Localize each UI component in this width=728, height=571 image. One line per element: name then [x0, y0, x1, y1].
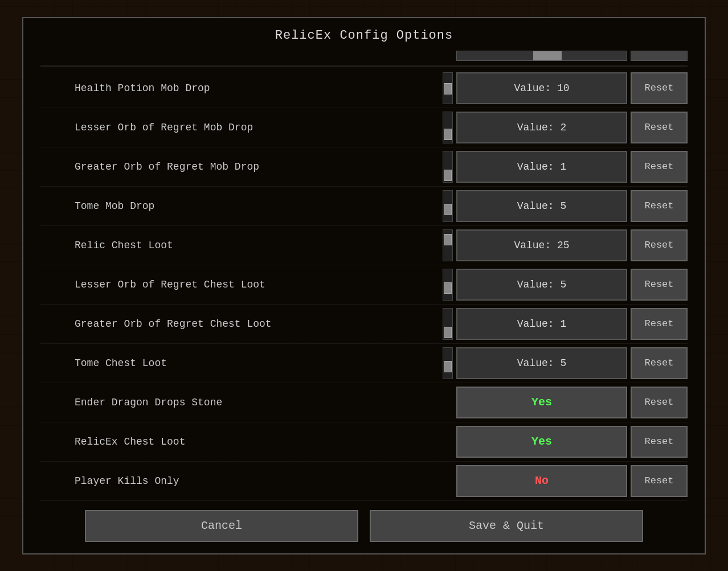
- config-label-ender-dragon-drops-stone: Ender Dragon Drops Stone: [40, 397, 456, 408]
- value-box-lesser-orb-mob-drop[interactable]: Value: 2: [456, 112, 627, 143]
- slider-health-potion-mob-drop: [443, 72, 453, 104]
- config-row-lesser-orb-chest-loot: Lesser Orb of Regret Chest LootValue: 5R…: [40, 265, 688, 305]
- reset-button-relicex-chest-loot[interactable]: Reset: [631, 426, 688, 458]
- reset-button-player-kills-only[interactable]: Reset: [631, 465, 688, 497]
- value-box-greater-orb-chest-loot[interactable]: Value: 1: [456, 308, 627, 340]
- config-row-health-potion-mob-drop: Health Potion Mob DropValue: 10Reset: [40, 69, 688, 108]
- slider-thumb-relic-chest-loot[interactable]: [444, 234, 452, 245]
- reset-button-health-potion-mob-drop[interactable]: Reset: [631, 72, 688, 104]
- toggle-ender-dragon-drops-stone[interactable]: Yes: [456, 387, 627, 418]
- value-box-relic-chest-loot[interactable]: Value: 25: [456, 229, 627, 261]
- scroll-area-top: [40, 48, 688, 63]
- slider-track-health-potion-mob-drop[interactable]: [443, 72, 453, 104]
- reset-button-relic-chest-loot[interactable]: Reset: [631, 229, 688, 261]
- config-controls-tome-chest-loot: Value: 5Reset: [443, 347, 688, 379]
- toggle-text-ender-dragon-drops-stone: Yes: [531, 396, 552, 409]
- config-row-greater-orb-mob-drop: Greater Orb of Regret Mob DropValue: 1Re…: [40, 147, 688, 187]
- config-label-greater-orb-mob-drop: Greater Orb of Regret Mob Drop: [40, 161, 443, 172]
- slider-thumb-greater-orb-chest-loot[interactable]: [444, 327, 452, 338]
- slider-track-tome-mob-drop[interactable]: [443, 190, 453, 222]
- top-divider: [40, 65, 688, 67]
- config-label-tome-chest-loot: Tome Chest Loot: [40, 358, 443, 369]
- slider-thumb-lesser-orb-mob-drop[interactable]: [444, 129, 452, 140]
- scrollbar-thumb: [533, 51, 562, 60]
- scroll-button-right[interactable]: [631, 51, 688, 61]
- reset-button-greater-orb-mob-drop[interactable]: Reset: [631, 151, 688, 183]
- dialog-title: RelicEx Config Options: [275, 18, 453, 48]
- config-row-player-kills-only: Player Kills OnlyNoReset: [40, 462, 688, 501]
- value-box-tome-chest-loot[interactable]: Value: 5: [456, 347, 627, 379]
- config-controls-ender-dragon-drops-stone: YesReset: [456, 387, 688, 418]
- toggle-player-kills-only[interactable]: No: [456, 465, 627, 497]
- reset-button-tome-mob-drop[interactable]: Reset: [631, 190, 688, 222]
- config-controls-player-kills-only: NoReset: [456, 465, 688, 497]
- value-box-lesser-orb-chest-loot[interactable]: Value: 5: [456, 269, 627, 301]
- slider-greater-orb-chest-loot: [443, 308, 453, 340]
- config-label-lesser-orb-mob-drop: Lesser Orb of Regret Mob Drop: [40, 122, 443, 133]
- slider-thumb-health-potion-mob-drop[interactable]: [444, 83, 452, 95]
- config-controls-relic-chest-loot: Value: 25Reset: [443, 229, 688, 261]
- slider-tome-chest-loot: [443, 347, 453, 379]
- config-row-lesser-orb-mob-drop: Lesser Orb of Regret Mob DropValue: 2Res…: [40, 108, 688, 147]
- slider-relic-chest-loot: [443, 229, 453, 261]
- reset-button-ender-dragon-drops-stone[interactable]: Reset: [631, 387, 688, 418]
- horizontal-scrollbar[interactable]: [456, 51, 627, 61]
- bottom-buttons: Cancel Save & Quit: [23, 510, 705, 542]
- slider-track-lesser-orb-chest-loot[interactable]: [443, 269, 453, 301]
- slider-track-lesser-orb-mob-drop[interactable]: [443, 112, 453, 143]
- slider-greater-orb-mob-drop: [443, 151, 453, 183]
- reset-button-greater-orb-chest-loot[interactable]: Reset: [631, 308, 688, 340]
- config-row-ender-dragon-drops-stone: Ender Dragon Drops StoneYesReset: [40, 383, 688, 422]
- slider-track-greater-orb-mob-drop[interactable]: [443, 151, 453, 183]
- slider-track-tome-chest-loot[interactable]: [443, 347, 453, 379]
- reset-button-lesser-orb-mob-drop[interactable]: Reset: [631, 112, 688, 143]
- config-controls-lesser-orb-mob-drop: Value: 2Reset: [443, 112, 688, 143]
- config-label-health-potion-mob-drop: Health Potion Mob Drop: [40, 83, 443, 94]
- config-row-tome-mob-drop: Tome Mob DropValue: 5Reset: [40, 187, 688, 226]
- config-controls-health-potion-mob-drop: Value: 10Reset: [443, 72, 688, 104]
- config-row-relicex-chest-loot: RelicEx Chest LootYesReset: [40, 422, 688, 462]
- config-controls-greater-orb-chest-loot: Value: 1Reset: [443, 308, 688, 340]
- config-label-player-kills-only: Player Kills Only: [40, 475, 456, 487]
- toggle-text-player-kills-only: No: [535, 474, 549, 487]
- value-box-greater-orb-mob-drop[interactable]: Value: 1: [456, 151, 627, 183]
- value-box-tome-mob-drop[interactable]: Value: 5: [456, 190, 627, 222]
- slider-thumb-tome-chest-loot[interactable]: [444, 361, 452, 372]
- config-label-tome-mob-drop: Tome Mob Drop: [40, 200, 443, 212]
- config-label-relicex-chest-loot: RelicEx Chest Loot: [40, 436, 456, 447]
- slider-lesser-orb-chest-loot: [443, 269, 453, 301]
- config-controls-relicex-chest-loot: YesReset: [456, 426, 688, 458]
- config-controls-tome-mob-drop: Value: 5Reset: [443, 190, 688, 222]
- slider-thumb-greater-orb-mob-drop[interactable]: [444, 170, 452, 181]
- config-rows: Health Potion Mob DropValue: 10ResetLess…: [40, 69, 688, 501]
- slider-thumb-tome-mob-drop[interactable]: [444, 204, 452, 215]
- slider-lesser-orb-mob-drop: [443, 112, 453, 143]
- config-label-relic-chest-loot: Relic Chest Loot: [40, 240, 443, 251]
- reset-button-lesser-orb-chest-loot[interactable]: Reset: [631, 269, 688, 301]
- config-label-greater-orb-chest-loot: Greater Orb of Regret Chest Loot: [40, 318, 443, 330]
- config-row-relic-chest-loot: Relic Chest LootValue: 25Reset: [40, 226, 688, 265]
- slider-thumb-lesser-orb-chest-loot[interactable]: [444, 282, 452, 294]
- reset-button-tome-chest-loot[interactable]: Reset: [631, 347, 688, 379]
- config-controls-greater-orb-mob-drop: Value: 1Reset: [443, 151, 688, 183]
- config-controls-lesser-orb-chest-loot: Value: 5Reset: [443, 269, 688, 301]
- config-row-greater-orb-chest-loot: Greater Orb of Regret Chest LootValue: 1…: [40, 305, 688, 344]
- value-box-health-potion-mob-drop[interactable]: Value: 10: [456, 72, 627, 104]
- config-row-tome-chest-loot: Tome Chest LootValue: 5Reset: [40, 344, 688, 383]
- cancel-button[interactable]: Cancel: [85, 510, 358, 542]
- toggle-text-relicex-chest-loot: Yes: [531, 435, 552, 448]
- toggle-relicex-chest-loot[interactable]: Yes: [456, 426, 627, 458]
- save-quit-button[interactable]: Save & Quit: [370, 510, 643, 542]
- config-dialog: RelicEx Config Options Health Potion Mob…: [22, 17, 706, 554]
- config-label-lesser-orb-chest-loot: Lesser Orb of Regret Chest Loot: [40, 279, 443, 290]
- slider-tome-mob-drop: [443, 190, 453, 222]
- config-list: Health Potion Mob DropValue: 10ResetLess…: [23, 48, 705, 501]
- slider-track-relic-chest-loot[interactable]: [443, 229, 453, 261]
- slider-track-greater-orb-chest-loot[interactable]: [443, 308, 453, 340]
